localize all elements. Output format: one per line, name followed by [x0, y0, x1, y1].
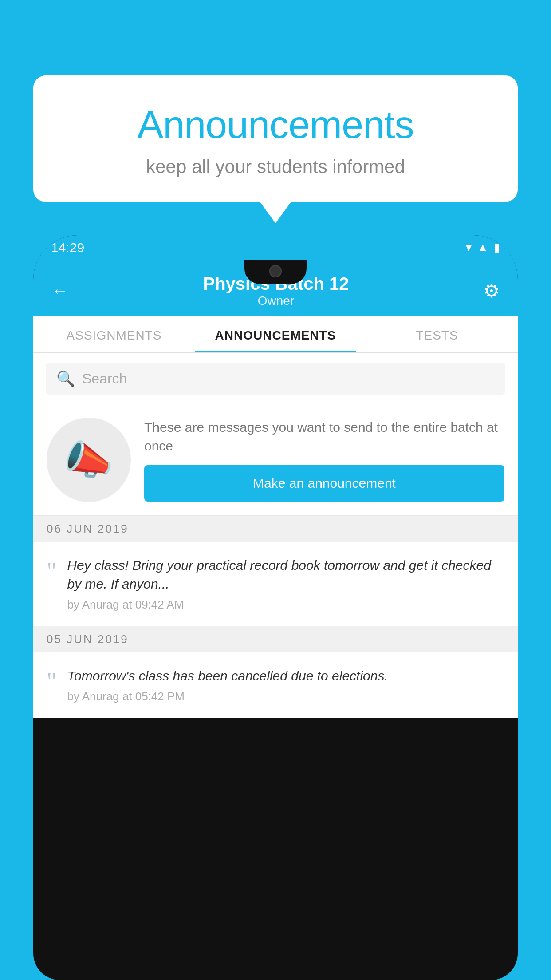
date-label-2: 05 JUN 2019	[47, 632, 129, 646]
quote-icon-2: "	[47, 669, 56, 693]
announce-description: These are messages you want to send to t…	[144, 418, 504, 455]
status-icons: ▾ ▲ ▮	[466, 241, 500, 254]
status-bar: 14:29 ▾ ▲ ▮	[33, 235, 518, 260]
announce-message-1: Hey class! Bring your practical record b…	[67, 556, 504, 593]
announce-meta-2: by Anurag at 05:42 PM	[67, 690, 504, 703]
battery-icon: ▮	[494, 241, 500, 254]
signal-icon: ▲	[477, 241, 488, 254]
phone-frame: 14:29 ▾ ▲ ▮ ← Physics Batch 12 Owner ⚙ A…	[33, 235, 518, 980]
search-icon: 🔍	[56, 370, 75, 387]
announce-content-1: Hey class! Bring your practical record b…	[67, 556, 504, 612]
status-time: 14:29	[51, 240, 84, 255]
bubble-title: Announcements	[60, 102, 491, 147]
megaphone-icon: 📣	[64, 437, 114, 483]
bubble-subtitle: keep all your students informed	[60, 156, 491, 178]
phone-body: 🔍 Search 📣 These are messages you want t…	[33, 353, 518, 718]
date-label-1: 06 JUN 2019	[47, 522, 129, 535]
date-section-1: 06 JUN 2019	[33, 516, 518, 542]
make-announcement-button[interactable]: Make an announcement	[144, 465, 504, 502]
announce-message-2: Tomorrow's class has been cancelled due …	[67, 667, 504, 685]
tab-tests[interactable]: TESTS	[356, 316, 518, 352]
settings-icon[interactable]: ⚙	[483, 280, 500, 302]
phone-camera	[269, 265, 282, 277]
announcement-item-2[interactable]: " Tomorrow's class has been cancelled du…	[33, 652, 518, 718]
header-subtitle: Owner	[203, 294, 349, 308]
speech-bubble-container: Announcements keep all your students inf…	[33, 75, 518, 202]
speech-bubble: Announcements keep all your students inf…	[33, 75, 518, 202]
tab-assignments[interactable]: ASSIGNMENTS	[33, 316, 195, 352]
date-section-2: 05 JUN 2019	[33, 626, 518, 652]
search-placeholder: Search	[82, 371, 127, 387]
tab-announcements[interactable]: ANNOUNCEMENTS	[195, 316, 356, 352]
phone-notch	[244, 260, 307, 284]
search-bar[interactable]: 🔍 Search	[46, 363, 505, 395]
back-button[interactable]: ←	[51, 281, 69, 301]
announcement-prompt: 📣 These are messages you want to send to…	[33, 404, 518, 516]
quote-icon-1: "	[47, 558, 56, 583]
tabs-bar: ASSIGNMENTS ANNOUNCEMENTS TESTS	[33, 316, 518, 353]
wifi-icon: ▾	[466, 241, 472, 254]
megaphone-circle: 📣	[47, 418, 131, 502]
announce-right: These are messages you want to send to t…	[144, 418, 504, 502]
announce-meta-1: by Anurag at 09:42 AM	[67, 598, 504, 612]
announcement-item-1[interactable]: " Hey class! Bring your practical record…	[33, 542, 518, 626]
announce-content-2: Tomorrow's class has been cancelled due …	[67, 667, 504, 703]
